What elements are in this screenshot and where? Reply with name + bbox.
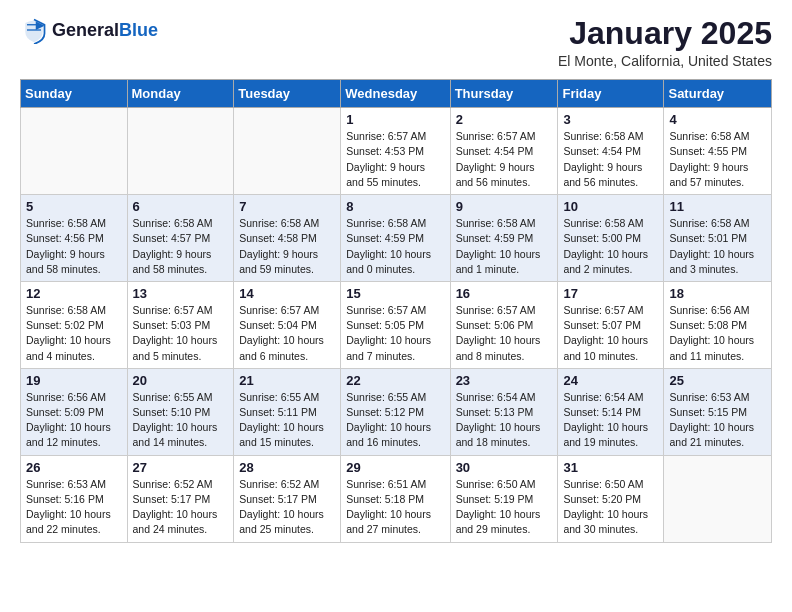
title-block: January 2025 El Monte, California, Unite…: [558, 16, 772, 69]
weekday-header-monday: Monday: [127, 80, 234, 108]
calendar-cell: 1Sunrise: 6:57 AMSunset: 4:53 PMDaylight…: [341, 108, 450, 195]
calendar-cell: 31Sunrise: 6:50 AMSunset: 5:20 PMDayligh…: [558, 455, 664, 542]
day-number: 9: [456, 199, 553, 214]
day-number: 1: [346, 112, 444, 127]
calendar-cell: 30Sunrise: 6:50 AMSunset: 5:19 PMDayligh…: [450, 455, 558, 542]
calendar-cell: [127, 108, 234, 195]
day-number: 17: [563, 286, 658, 301]
day-detail: Sunrise: 6:57 AMSunset: 5:07 PMDaylight:…: [563, 303, 658, 364]
day-detail: Sunrise: 6:55 AMSunset: 5:11 PMDaylight:…: [239, 390, 335, 451]
calendar-cell: 11Sunrise: 6:58 AMSunset: 5:01 PMDayligh…: [664, 195, 772, 282]
calendar-cell: 24Sunrise: 6:54 AMSunset: 5:14 PMDayligh…: [558, 368, 664, 455]
page: GeneralBlue January 2025 El Monte, Calif…: [0, 0, 792, 559]
day-number: 3: [563, 112, 658, 127]
day-detail: Sunrise: 6:57 AMSunset: 4:53 PMDaylight:…: [346, 129, 444, 190]
logo-general: General: [52, 20, 119, 41]
weekday-header-sunday: Sunday: [21, 80, 128, 108]
calendar-cell: 2Sunrise: 6:57 AMSunset: 4:54 PMDaylight…: [450, 108, 558, 195]
day-detail: Sunrise: 6:50 AMSunset: 5:19 PMDaylight:…: [456, 477, 553, 538]
day-number: 26: [26, 460, 122, 475]
day-detail: Sunrise: 6:52 AMSunset: 5:17 PMDaylight:…: [133, 477, 229, 538]
location: El Monte, California, United States: [558, 53, 772, 69]
logo-blue: Blue: [119, 20, 158, 41]
day-detail: Sunrise: 6:58 AMSunset: 4:58 PMDaylight:…: [239, 216, 335, 277]
calendar-cell: 7Sunrise: 6:58 AMSunset: 4:58 PMDaylight…: [234, 195, 341, 282]
day-detail: Sunrise: 6:56 AMSunset: 5:08 PMDaylight:…: [669, 303, 766, 364]
day-number: 22: [346, 373, 444, 388]
logo-text: GeneralBlue: [52, 20, 158, 41]
day-detail: Sunrise: 6:58 AMSunset: 4:59 PMDaylight:…: [346, 216, 444, 277]
day-number: 10: [563, 199, 658, 214]
day-number: 31: [563, 460, 658, 475]
calendar-cell: 26Sunrise: 6:53 AMSunset: 5:16 PMDayligh…: [21, 455, 128, 542]
calendar-week-5: 26Sunrise: 6:53 AMSunset: 5:16 PMDayligh…: [21, 455, 772, 542]
day-number: 27: [133, 460, 229, 475]
day-number: 24: [563, 373, 658, 388]
day-number: 7: [239, 199, 335, 214]
calendar-cell: 12Sunrise: 6:58 AMSunset: 5:02 PMDayligh…: [21, 281, 128, 368]
day-detail: Sunrise: 6:58 AMSunset: 4:54 PMDaylight:…: [563, 129, 658, 190]
weekday-header-saturday: Saturday: [664, 80, 772, 108]
day-number: 12: [26, 286, 122, 301]
calendar-cell: 13Sunrise: 6:57 AMSunset: 5:03 PMDayligh…: [127, 281, 234, 368]
calendar-cell: 4Sunrise: 6:58 AMSunset: 4:55 PMDaylight…: [664, 108, 772, 195]
weekday-header-thursday: Thursday: [450, 80, 558, 108]
day-detail: Sunrise: 6:51 AMSunset: 5:18 PMDaylight:…: [346, 477, 444, 538]
day-detail: Sunrise: 6:58 AMSunset: 4:59 PMDaylight:…: [456, 216, 553, 277]
day-number: 5: [26, 199, 122, 214]
day-number: 21: [239, 373, 335, 388]
day-number: 29: [346, 460, 444, 475]
day-number: 25: [669, 373, 766, 388]
day-detail: Sunrise: 6:54 AMSunset: 5:13 PMDaylight:…: [456, 390, 553, 451]
calendar-table: SundayMondayTuesdayWednesdayThursdayFrid…: [20, 79, 772, 542]
day-number: 4: [669, 112, 766, 127]
day-detail: Sunrise: 6:57 AMSunset: 5:03 PMDaylight:…: [133, 303, 229, 364]
day-detail: Sunrise: 6:52 AMSunset: 5:17 PMDaylight:…: [239, 477, 335, 538]
day-detail: Sunrise: 6:53 AMSunset: 5:16 PMDaylight:…: [26, 477, 122, 538]
header: GeneralBlue January 2025 El Monte, Calif…: [20, 16, 772, 69]
calendar-cell: [234, 108, 341, 195]
weekday-header-wednesday: Wednesday: [341, 80, 450, 108]
day-detail: Sunrise: 6:57 AMSunset: 5:05 PMDaylight:…: [346, 303, 444, 364]
day-detail: Sunrise: 6:58 AMSunset: 4:57 PMDaylight:…: [133, 216, 229, 277]
day-number: 18: [669, 286, 766, 301]
calendar-cell: 20Sunrise: 6:55 AMSunset: 5:10 PMDayligh…: [127, 368, 234, 455]
day-number: 6: [133, 199, 229, 214]
day-number: 20: [133, 373, 229, 388]
day-detail: Sunrise: 6:58 AMSunset: 5:02 PMDaylight:…: [26, 303, 122, 364]
day-number: 14: [239, 286, 335, 301]
day-detail: Sunrise: 6:53 AMSunset: 5:15 PMDaylight:…: [669, 390, 766, 451]
calendar-cell: 9Sunrise: 6:58 AMSunset: 4:59 PMDaylight…: [450, 195, 558, 282]
day-number: 30: [456, 460, 553, 475]
calendar-cell: 17Sunrise: 6:57 AMSunset: 5:07 PMDayligh…: [558, 281, 664, 368]
logo-icon: [20, 16, 48, 44]
logo: GeneralBlue: [20, 16, 158, 44]
calendar-cell: 18Sunrise: 6:56 AMSunset: 5:08 PMDayligh…: [664, 281, 772, 368]
calendar-cell: 15Sunrise: 6:57 AMSunset: 5:05 PMDayligh…: [341, 281, 450, 368]
day-detail: Sunrise: 6:58 AMSunset: 4:56 PMDaylight:…: [26, 216, 122, 277]
calendar-week-4: 19Sunrise: 6:56 AMSunset: 5:09 PMDayligh…: [21, 368, 772, 455]
calendar-cell: 28Sunrise: 6:52 AMSunset: 5:17 PMDayligh…: [234, 455, 341, 542]
calendar-cell: 19Sunrise: 6:56 AMSunset: 5:09 PMDayligh…: [21, 368, 128, 455]
day-detail: Sunrise: 6:58 AMSunset: 4:55 PMDaylight:…: [669, 129, 766, 190]
calendar-cell: 27Sunrise: 6:52 AMSunset: 5:17 PMDayligh…: [127, 455, 234, 542]
day-number: 19: [26, 373, 122, 388]
calendar-cell: 6Sunrise: 6:58 AMSunset: 4:57 PMDaylight…: [127, 195, 234, 282]
day-detail: Sunrise: 6:58 AMSunset: 5:00 PMDaylight:…: [563, 216, 658, 277]
day-number: 16: [456, 286, 553, 301]
calendar-cell: 14Sunrise: 6:57 AMSunset: 5:04 PMDayligh…: [234, 281, 341, 368]
calendar-cell: 10Sunrise: 6:58 AMSunset: 5:00 PMDayligh…: [558, 195, 664, 282]
day-detail: Sunrise: 6:57 AMSunset: 4:54 PMDaylight:…: [456, 129, 553, 190]
day-detail: Sunrise: 6:56 AMSunset: 5:09 PMDaylight:…: [26, 390, 122, 451]
day-number: 23: [456, 373, 553, 388]
day-detail: Sunrise: 6:50 AMSunset: 5:20 PMDaylight:…: [563, 477, 658, 538]
day-detail: Sunrise: 6:55 AMSunset: 5:12 PMDaylight:…: [346, 390, 444, 451]
calendar-cell: 8Sunrise: 6:58 AMSunset: 4:59 PMDaylight…: [341, 195, 450, 282]
day-number: 13: [133, 286, 229, 301]
weekday-header-friday: Friday: [558, 80, 664, 108]
day-detail: Sunrise: 6:55 AMSunset: 5:10 PMDaylight:…: [133, 390, 229, 451]
calendar-header-row: SundayMondayTuesdayWednesdayThursdayFrid…: [21, 80, 772, 108]
calendar-cell: 21Sunrise: 6:55 AMSunset: 5:11 PMDayligh…: [234, 368, 341, 455]
calendar-cell: 22Sunrise: 6:55 AMSunset: 5:12 PMDayligh…: [341, 368, 450, 455]
month-title: January 2025: [558, 16, 772, 51]
